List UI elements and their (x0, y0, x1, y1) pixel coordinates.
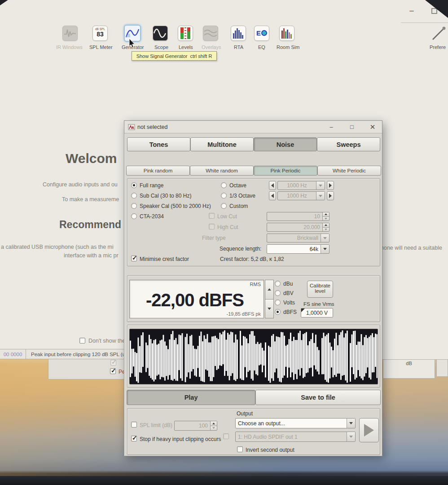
subtab-white-random[interactable]: White random (190, 166, 254, 176)
ir-windows-icon[interactable] (62, 26, 78, 41)
high-cut-spinner[interactable] (322, 223, 329, 231)
tab-multitone[interactable]: Multitone (190, 137, 254, 151)
filter-type-dropdown-icon[interactable] (321, 234, 329, 242)
dbu-radio[interactable] (275, 281, 281, 287)
subtab-pink-periodic[interactable]: Pink Periodic (254, 166, 317, 176)
high-cut-checkbox[interactable] (209, 224, 215, 229)
dialog-icon (128, 123, 135, 131)
low-cut-checkbox[interactable] (209, 213, 215, 219)
speaker-cal-radio[interactable] (131, 203, 137, 209)
sub-cal-label: Sub Cal (30 to 80 Hz) (140, 193, 191, 199)
play-button[interactable]: Play (127, 390, 255, 405)
room-sim-icon[interactable] (279, 26, 294, 41)
octave-next-button[interactable] (327, 181, 334, 190)
output-secondary-combo[interactable]: 1: HD Audio SPDIF out 1 (235, 432, 356, 442)
dbv-radio[interactable] (275, 290, 281, 296)
preferences-icon[interactable] (431, 25, 448, 42)
octave-prev-button[interactable] (269, 181, 276, 190)
tab-noise[interactable]: Noise (254, 137, 317, 151)
minimise-crest-label: Minimise crest factor (140, 256, 189, 262)
main-maximize-button[interactable] (431, 8, 437, 14)
level-spinner (265, 280, 274, 318)
spl-limit-spinner[interactable] (210, 421, 217, 430)
spl-limit-checkbox[interactable] (131, 422, 137, 428)
sub-cal-radio[interactable] (131, 193, 137, 198)
high-cut-field[interactable]: 20.000 (267, 223, 329, 232)
level-down-button[interactable] (265, 300, 274, 319)
toolbar-label-scope[interactable]: Scope (154, 44, 168, 50)
signal-generator-dialog: not selected – □ ✕ Tones Multitone Noise… (124, 120, 382, 456)
level-up-button[interactable] (265, 280, 274, 300)
octave-freq-dropdown-icon[interactable] (316, 181, 325, 190)
full-range-radio[interactable] (131, 182, 137, 188)
subtab-pink-random[interactable]: Pink random (126, 166, 190, 176)
level-panel: RMS -22,00 dBFS -19,85 dBFS pk dBu dBV V… (127, 275, 380, 322)
save-to-file-button[interactable]: Save to file (255, 390, 381, 405)
invert-output-checkbox[interactable] (237, 446, 243, 452)
output-secondary-dropdown-icon[interactable] (347, 432, 355, 441)
start-generator-button[interactable] (359, 418, 379, 442)
invert-output-label: Invert second output (246, 447, 294, 453)
dialog-titlebar[interactable]: not selected – □ ✕ (124, 121, 382, 133)
octave-radio[interactable] (221, 182, 227, 188)
output-primary-dropdown-icon[interactable] (347, 419, 355, 428)
generator-tabs: Tones Multitone Noise Sweeps (127, 137, 380, 151)
second-output-checkbox[interactable] (223, 433, 229, 439)
toolbar-label-preferences[interactable]: Prefere (430, 44, 448, 50)
action-toggle: Play Save to file (127, 390, 381, 405)
scope-icon[interactable] (153, 26, 168, 41)
third-octave-next-button[interactable] (327, 191, 334, 200)
waveform-panel (127, 325, 380, 388)
third-octave-freq-combo[interactable]: 1000 Hz (277, 191, 325, 200)
toolbar-label-ir-windows[interactable]: IR Windows (56, 44, 83, 50)
eq-icon[interactable]: E (254, 26, 269, 41)
low-cut-spinner[interactable] (322, 212, 329, 220)
level-display[interactable]: RMS -22,00 dBFS -19,85 dBFS pk (129, 280, 264, 318)
volts-radio[interactable] (275, 300, 281, 305)
toolbar-label-spl-meter[interactable]: SPL Meter (89, 44, 113, 50)
calibrate-level-button[interactable]: Calibrate level (307, 281, 333, 298)
filter-type-label: Filter type (202, 235, 226, 241)
dbfs-radio[interactable] (275, 309, 281, 315)
custom-radio[interactable] (221, 203, 227, 209)
subtab-white-periodic[interactable]: White Periodic (317, 166, 381, 176)
levels-icon[interactable] (178, 26, 193, 41)
minimise-crest-checkbox[interactable] (131, 256, 137, 261)
low-cut-field[interactable]: 10 (267, 212, 329, 221)
tab-sweeps[interactable]: Sweeps (317, 137, 380, 151)
rta-icon[interactable] (231, 26, 246, 41)
main-minimize-button[interactable]: – (408, 6, 416, 15)
sequence-length-combo[interactable]: 64k (267, 244, 329, 254)
octave-freq-combo[interactable]: 1000 Hz (277, 181, 325, 190)
fs-sine-vrms-field[interactable]: 1,0000 V (301, 308, 333, 317)
sequence-length-dropdown-icon[interactable] (321, 245, 329, 253)
toolbar-label-levels[interactable]: Levels (179, 44, 193, 50)
filter-type-combo[interactable]: Brickwall (267, 234, 329, 242)
dialog-title: not selected (137, 124, 167, 130)
third-octave-prev-button[interactable] (269, 191, 276, 200)
dialog-close-button[interactable]: ✕ (369, 123, 377, 131)
overlays-icon[interactable] (203, 26, 218, 41)
toolbar-label-overlays[interactable]: Overlays (202, 44, 221, 50)
output-primary-combo[interactable]: Choose an output... (235, 418, 356, 428)
recommend-heading: Recommend (59, 219, 121, 231)
cta-2034-radio[interactable] (131, 213, 137, 219)
dont-show-checkbox[interactable] (79, 338, 85, 344)
toolbar-label-rta[interactable]: RTA (234, 44, 243, 50)
dialog-minimize-button[interactable]: – (327, 123, 335, 131)
partial-checkbox-top[interactable] (110, 360, 116, 366)
tab-tones[interactable]: Tones (127, 137, 190, 151)
toolbar-label-room-sim[interactable]: Room Sim (277, 44, 299, 50)
partial-checkbox[interactable] (110, 368, 116, 374)
mouse-cursor (129, 39, 136, 48)
stop-clipping-checkbox[interactable] (131, 436, 137, 441)
custom-label: Custom (229, 203, 248, 209)
third-octave-freq-dropdown-icon[interactable] (316, 192, 325, 200)
status-bar: 00 0000 Peak input before clipping 120 d… (0, 349, 126, 359)
toolbar-label-eq[interactable]: EQ (258, 44, 265, 50)
spl-limit-field[interactable]: 100 (174, 421, 217, 431)
welcome-heading: Welcom (66, 151, 117, 166)
third-octave-radio[interactable] (221, 193, 227, 198)
dialog-maximize-button[interactable]: □ (348, 123, 356, 131)
spl-meter-icon[interactable]: dB SPL 83 (92, 26, 108, 41)
